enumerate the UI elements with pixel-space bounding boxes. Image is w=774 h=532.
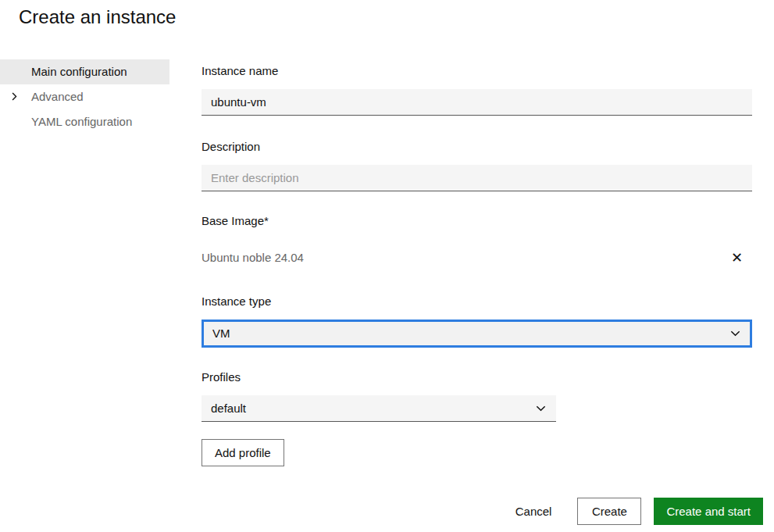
profiles-selected-value: default — [211, 402, 246, 415]
sidebar-item-advanced[interactable]: Advanced — [0, 84, 169, 109]
instance-name-label: Instance name — [202, 64, 752, 78]
selected-base-image-value: Ubuntu noble 24.04 — [202, 251, 304, 264]
page-title: Create an instance — [0, 0, 774, 29]
chevron-down-icon — [729, 327, 741, 339]
instance-type-label: Instance type — [202, 295, 752, 309]
chevron-down-icon — [535, 402, 547, 414]
close-icon: ✕ — [731, 250, 743, 266]
profiles-select[interactable]: default — [202, 395, 556, 422]
profiles-field-group: Profiles default Add profile — [202, 370, 752, 466]
sidebar-item-label: Main configuration — [31, 65, 127, 78]
instance-name-field-group: Instance name — [202, 64, 752, 116]
base-image-label: Base Image* — [202, 214, 752, 228]
create-instance-panel: Create an instance Main configuration Ad… — [0, 0, 774, 525]
chevron-right-icon — [8, 91, 20, 103]
create-and-start-button[interactable]: Create and start — [654, 498, 763, 525]
selected-base-image-row: Ubuntu noble 24.04 ✕ — [202, 244, 752, 272]
profiles-label: Profiles — [202, 370, 752, 384]
create-button[interactable]: Create — [577, 498, 641, 525]
panel-footer: Cancel Create Create and start — [202, 498, 763, 525]
cancel-button[interactable]: Cancel — [515, 498, 552, 525]
instance-type-field-group: Instance type VM — [202, 295, 752, 348]
sidebar-item-label: YAML configuration — [31, 115, 132, 128]
add-profile-button[interactable]: Add profile — [202, 439, 284, 466]
base-image-field-group: Base Image* Ubuntu noble 24.04 ✕ — [202, 214, 752, 272]
description-input[interactable] — [202, 165, 752, 191]
sidebar-item-main-configuration[interactable]: Main configuration — [0, 59, 169, 84]
description-field-group: Description — [202, 140, 752, 191]
form-content: Instance name Description Base Image* Ub… — [202, 59, 752, 525]
form-navigation: Main configuration Advanced YAML configu… — [0, 59, 169, 134]
description-label: Description — [202, 140, 752, 154]
panel-body: Main configuration Advanced YAML configu… — [0, 59, 774, 525]
instance-type-selected-value: VM — [212, 327, 230, 340]
sidebar-item-yaml-configuration[interactable]: YAML configuration — [0, 109, 169, 134]
sidebar-item-label: Advanced — [31, 90, 84, 103]
instance-type-select[interactable]: VM — [202, 320, 752, 348]
clear-base-image-button[interactable]: ✕ — [726, 249, 747, 266]
instance-name-input[interactable] — [202, 89, 752, 116]
